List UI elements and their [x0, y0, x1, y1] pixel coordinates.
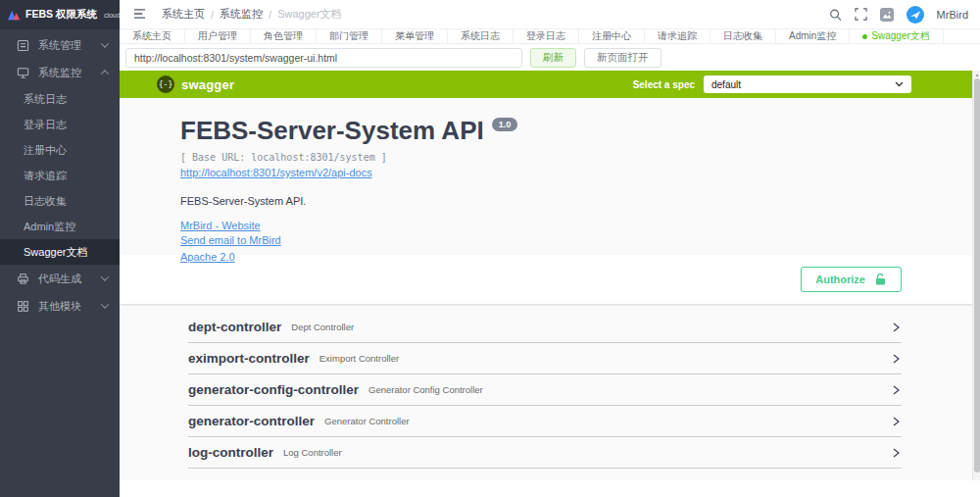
swagger-topbar: {-} swagger Select a spec default: [120, 71, 972, 98]
tab-dept-manage[interactable]: 部门管理: [317, 29, 382, 43]
license-link[interactable]: Apache 2.0: [180, 251, 235, 263]
api-info-section: FEBS-Server-System API 1.0 [ Base URL: l…: [120, 98, 972, 255]
chevron-down-icon: [101, 39, 109, 47]
sidebar-item-log-collect[interactable]: 日志收集: [0, 188, 120, 214]
scroll-up-icon[interactable]: ▲: [974, 72, 980, 77]
sidebar-item-admin-monitor[interactable]: Admin监控: [0, 214, 120, 239]
search-icon[interactable]: [829, 8, 842, 21]
breadcrumb-separator: /: [269, 9, 271, 21]
sidebar-item-swagger-doc[interactable]: Swagger文档: [0, 239, 120, 265]
controller-desc: Eximport Controller: [319, 353, 399, 364]
app-logo[interactable]: FEBS 权限系统 cloud: [0, 0, 120, 29]
sidebar-item-login-log[interactable]: 登录日志: [0, 112, 120, 137]
controller-name: dept-controller: [188, 320, 281, 334]
sidebar-item-label: 系统监控: [38, 66, 81, 80]
spec-select[interactable]: default: [704, 75, 911, 93]
version-badge: 1.0: [492, 118, 518, 131]
modules-icon: [17, 300, 29, 313]
iframe-scrollbar[interactable]: ▲: [972, 71, 980, 480]
spec-select-value: default: [711, 79, 741, 90]
theme-icon[interactable]: [880, 8, 894, 22]
swagger-logo: {-} swagger: [157, 75, 234, 93]
swagger-logo-icon: {-}: [157, 75, 174, 93]
expand-chevron-icon[interactable]: [890, 384, 902, 396]
active-dot-icon: [862, 34, 867, 39]
chevron-down-icon: [101, 300, 109, 308]
hamburger-icon[interactable]: [133, 8, 146, 21]
unlock-icon: [874, 273, 887, 286]
controller-row-dept[interactable]: dept-controller Dept Controller: [188, 312, 902, 343]
tab-menu-manage[interactable]: 菜单管理: [382, 29, 448, 43]
tab-label: 用户管理: [198, 29, 237, 43]
controller-list: dept-controller Dept Controller eximport…: [120, 304, 972, 469]
sidebar-subitem-label: 请求追踪: [24, 169, 67, 183]
tab-role-manage[interactable]: 角色管理: [251, 29, 317, 43]
sidebar-subitem-label: 登录日志: [24, 118, 67, 132]
sidebar-item-other-modules[interactable]: 其他模块: [0, 292, 120, 320]
open-new-page-button[interactable]: 新页面打开: [584, 48, 662, 68]
breadcrumb-home[interactable]: 系统主页: [162, 7, 205, 22]
user-avatar[interactable]: [906, 6, 924, 24]
url-input[interactable]: [125, 48, 522, 68]
sidebar-item-request-trace[interactable]: 请求追踪: [0, 163, 120, 188]
tab-registry[interactable]: 注册中心: [579, 29, 645, 43]
controller-desc: Dept Controller: [291, 322, 354, 332]
sidebar-item-system-log[interactable]: 系统日志: [0, 86, 120, 112]
tab-label: 角色管理: [264, 29, 303, 43]
base-url: [ Base URL: localhost:8301/system ]: [180, 152, 911, 163]
page-tabs: 系统主页 用户管理 角色管理 部门管理 菜单管理 系统日志 登录日志 注册中心 …: [120, 29, 980, 44]
breadcrumb-monitor[interactable]: 系统监控: [220, 7, 263, 22]
expand-chevron-icon[interactable]: [890, 447, 902, 459]
breadcrumb-separator: /: [211, 9, 214, 21]
tab-request-trace[interactable]: 请求追踪: [645, 29, 710, 43]
sidebar-item-registry[interactable]: 注册中心: [0, 137, 120, 163]
controller-row-generator-config[interactable]: generator-config-controller Generator Co…: [188, 374, 902, 406]
sidebar-item-system-manage[interactable]: 系统管理: [0, 31, 120, 59]
controller-name: generator-config-controller: [188, 382, 359, 397]
tab-label: 登录日志: [526, 29, 565, 43]
tab-swagger-doc[interactable]: Swagger文档: [850, 29, 943, 43]
sidebar-subitem-label: 注册中心: [24, 143, 67, 158]
controller-row-log[interactable]: log-controller Log Controller: [188, 437, 902, 469]
scrollbar-thumb[interactable]: [974, 78, 980, 472]
app-title-suffix: cloud: [104, 12, 121, 19]
refresh-button[interactable]: 刷新: [530, 48, 576, 68]
expand-chevron-icon[interactable]: [890, 416, 902, 427]
brand-logo-icon: [8, 9, 21, 22]
tab-system-log[interactable]: 系统日志: [448, 29, 514, 43]
website-link[interactable]: MrBird - Website: [180, 220, 261, 231]
tab-login-log[interactable]: 登录日志: [514, 29, 579, 43]
tab-admin-monitor[interactable]: Admin监控: [776, 29, 850, 43]
expand-chevron-icon[interactable]: [890, 353, 902, 365]
tab-label: 部门管理: [329, 29, 368, 43]
tab-label: 日志收集: [723, 29, 762, 43]
controller-desc: Generator Controller: [324, 416, 410, 426]
swagger-iframe: {-} swagger Select a spec default FEBS-S…: [120, 71, 972, 480]
expand-chevron-icon[interactable]: [890, 322, 902, 333]
tab-user-manage[interactable]: 用户管理: [185, 29, 251, 43]
controller-row-generator[interactable]: generator-controller Generator Controlle…: [188, 406, 902, 437]
controller-row-eximport[interactable]: eximport-controller Eximport Controller: [188, 343, 902, 374]
form-icon: [17, 39, 29, 52]
api-description: FEBS-Server-System API.: [180, 195, 911, 207]
authorize-button[interactable]: Authorize: [801, 267, 902, 292]
sidebar-item-system-monitor[interactable]: 系统监控: [0, 59, 120, 86]
tab-home[interactable]: 系统主页: [120, 29, 185, 43]
api-docs-link[interactable]: http://localhost:8301/system/v2/api-docs: [180, 167, 372, 178]
scheme-container: Authorize: [120, 255, 972, 304]
api-title-row: FEBS-Server-System API 1.0: [180, 116, 911, 146]
email-link[interactable]: Send email to MrBird: [180, 234, 281, 246]
controller-desc: Log Controller: [283, 447, 342, 458]
chevron-up-icon: [101, 70, 109, 77]
sidebar-item-code-generate[interactable]: 代码生成: [0, 265, 120, 292]
tab-label: 系统主页: [132, 29, 172, 43]
fullscreen-icon[interactable]: [855, 8, 867, 21]
tab-log-collect[interactable]: 日志收集: [710, 29, 776, 43]
username[interactable]: MrBird: [937, 9, 968, 21]
tab-label: 注册中心: [592, 29, 631, 43]
breadcrumb: 系统主页 / 系统监控 / Swagger文档: [162, 7, 342, 22]
tab-label: Admin监控: [789, 29, 836, 43]
sidebar-subitem-label: 系统日志: [24, 92, 67, 107]
monitor-icon: [17, 67, 29, 79]
top-header: 系统主页 / 系统监控 / Swagger文档 MrBird: [120, 0, 980, 29]
